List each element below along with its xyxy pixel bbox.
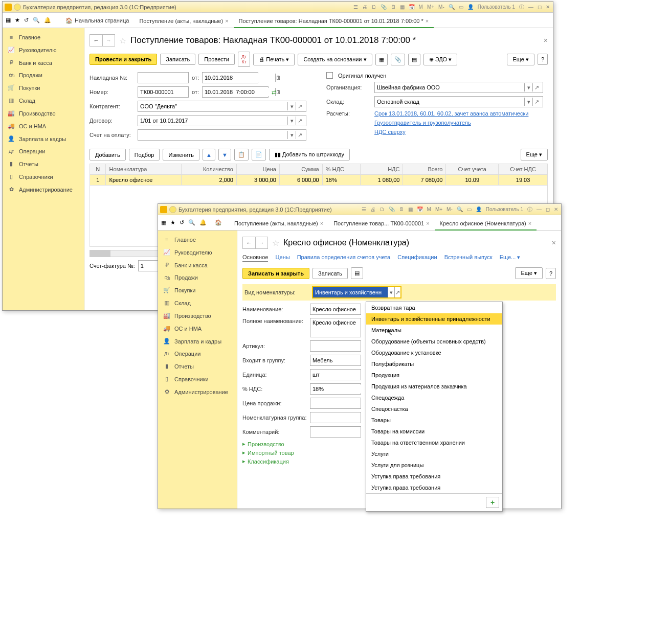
search-icon[interactable]: 🔍 bbox=[33, 17, 40, 24]
cell-nom[interactable]: Кресло офисное bbox=[106, 175, 181, 186]
cell-vatrate[interactable]: 18% bbox=[322, 175, 360, 186]
dropdown-option[interactable]: Продукция из материалов заказчика bbox=[366, 381, 502, 392]
dropdown-option[interactable]: Материалы bbox=[366, 325, 502, 336]
attach-button[interactable]: 📎 bbox=[391, 54, 405, 65]
nav-back[interactable]: ← bbox=[243, 237, 255, 248]
cell-qty[interactable]: 2,000 bbox=[181, 175, 236, 186]
help-button[interactable]: ? bbox=[538, 54, 548, 65]
tb-user[interactable]: Пользователь 1 bbox=[485, 206, 524, 212]
favorite-icon[interactable]: ★ bbox=[170, 219, 175, 226]
dropdown-icon[interactable]: ▾ bbox=[388, 287, 394, 297]
tb-zoom[interactable]: 🔍 bbox=[448, 4, 456, 10]
open-icon[interactable]: ↗ bbox=[296, 117, 304, 125]
contract-field[interactable] bbox=[140, 117, 287, 125]
tab-receipts[interactable]: Поступление (акты, накладные) × bbox=[134, 15, 233, 28]
dropdown-option[interactable]: Товары на комиссии bbox=[366, 426, 502, 437]
table-add-button[interactable]: Добавить bbox=[90, 149, 126, 160]
close-icon[interactable]: × bbox=[528, 220, 531, 226]
tb-icon[interactable]: ☰ bbox=[361, 206, 367, 212]
app-menu-button[interactable] bbox=[14, 4, 21, 11]
th-nom[interactable]: Номенклатура bbox=[106, 164, 181, 175]
section-tab-accounts[interactable]: Правила определения счетов учета bbox=[297, 254, 391, 262]
th-acc[interactable]: Счет учета bbox=[446, 164, 499, 175]
tb-icon[interactable]: 📎 bbox=[388, 206, 396, 212]
shipper-link[interactable]: Грузоотправитель и грузополучатель bbox=[374, 120, 471, 126]
dropdown-icon[interactable]: ▾ bbox=[287, 102, 296, 110]
open-icon[interactable]: ↗ bbox=[296, 131, 304, 139]
dropdown-option[interactable]: Оборудование (объекты основных средств) bbox=[366, 336, 502, 347]
th-total[interactable]: Всего bbox=[403, 164, 446, 175]
sidebar-item[interactable]: ▯Справочники bbox=[3, 170, 84, 183]
cell-vatacc[interactable]: 19.03 bbox=[499, 175, 548, 186]
tb-panels[interactable]: ▭ bbox=[458, 4, 464, 10]
close-icon[interactable]: × bbox=[320, 220, 323, 226]
date1-field[interactable] bbox=[205, 74, 275, 82]
tb-user-icon[interactable]: 👤 bbox=[475, 206, 483, 212]
tb-max[interactable]: ◻ bbox=[537, 4, 543, 10]
vat-link[interactable]: НДС сверху bbox=[374, 129, 406, 135]
move-up-button[interactable]: ▲ bbox=[203, 149, 215, 160]
barcode-button[interactable]: ▮▮ Добавить по штрихкоду bbox=[269, 149, 350, 160]
sidebar-item[interactable]: ДтОперации bbox=[158, 348, 237, 360]
table-more-button[interactable]: Еще ▾ bbox=[521, 149, 548, 160]
open-icon[interactable]: ↗ bbox=[532, 83, 541, 91]
close-icon[interactable]: × bbox=[225, 18, 228, 24]
sidebar-item[interactable]: ≡Главное bbox=[158, 234, 237, 246]
section-tab-more[interactable]: Еще... ▾ bbox=[500, 254, 521, 262]
nav-back[interactable]: ← bbox=[90, 35, 102, 46]
favorite-icon[interactable]: ★ bbox=[15, 17, 20, 24]
sidebar-item[interactable]: ▥Склад bbox=[158, 296, 237, 309]
sidebar-item[interactable]: 🏭Производство bbox=[3, 107, 84, 120]
th-vat[interactable]: НДС bbox=[360, 164, 403, 175]
contragent-field[interactable] bbox=[140, 102, 287, 110]
history-icon[interactable]: ↺ bbox=[180, 219, 184, 226]
tb-user-icon[interactable]: 👤 bbox=[466, 4, 475, 10]
sidebar-item[interactable]: ▯Справочники bbox=[158, 373, 237, 385]
section-tab-specs[interactable]: Спецификации bbox=[397, 254, 437, 262]
th-price[interactable]: Цена bbox=[236, 164, 279, 175]
th-vatrate[interactable]: % НДС bbox=[322, 164, 360, 175]
apps-grid-icon[interactable]: ▦ bbox=[6, 17, 11, 24]
report-button[interactable]: ▤ bbox=[408, 54, 420, 65]
type-field[interactable] bbox=[313, 287, 388, 297]
tab-receipts[interactable]: Поступление (акты, накладные) × bbox=[229, 217, 328, 231]
tb-icon[interactable]: ▦ bbox=[399, 4, 406, 10]
post-and-close-button[interactable]: Провести и закрыть bbox=[90, 54, 157, 65]
org-field[interactable] bbox=[377, 83, 524, 91]
sidebar-item[interactable]: 👤Зарплата и кадры bbox=[158, 335, 237, 348]
warehouse-field[interactable] bbox=[377, 98, 524, 106]
tb-icon[interactable]: 🗓 bbox=[390, 4, 397, 10]
home-icon[interactable]: 🏠 bbox=[215, 219, 222, 226]
tb-icon[interactable]: 🗋 bbox=[378, 206, 386, 212]
dropdown-option[interactable]: Услуги bbox=[366, 448, 502, 459]
tb-icon[interactable]: 🗋 bbox=[370, 4, 377, 10]
dropdown-option[interactable]: Товары на ответственном хранении bbox=[366, 437, 502, 448]
dropdown-icon[interactable]: ▾ bbox=[524, 98, 532, 106]
add-new-button[interactable]: + bbox=[486, 497, 499, 508]
save-button[interactable]: Записать bbox=[160, 54, 195, 65]
search-icon[interactable]: 🔍 bbox=[188, 219, 195, 226]
sellprice-field[interactable] bbox=[310, 398, 361, 409]
tb-min[interactable]: — bbox=[535, 206, 543, 212]
cell-n[interactable]: 1 bbox=[90, 175, 106, 186]
sidebar-item[interactable]: 🛒Покупки bbox=[3, 81, 84, 94]
dropdown-option[interactable]: Оборудование к установке bbox=[366, 347, 502, 358]
nav-forward[interactable]: → bbox=[102, 35, 115, 46]
cell-price[interactable]: 3 000,00 bbox=[236, 175, 279, 186]
open-icon[interactable]: ↗ bbox=[532, 98, 541, 106]
group-field[interactable] bbox=[310, 355, 361, 366]
sidebar-item[interactable]: 🏭Производство bbox=[158, 309, 237, 322]
tb-icon[interactable]: 📅 bbox=[416, 206, 424, 212]
favorite-star-icon[interactable]: ☆ bbox=[119, 36, 126, 45]
fullname-field[interactable] bbox=[310, 318, 361, 337]
tb-zoom[interactable]: 🔍 bbox=[456, 206, 464, 212]
refresh-icon[interactable]: ⇄ bbox=[272, 89, 276, 96]
calendar-icon[interactable]: 🗓 bbox=[275, 74, 281, 82]
dropdown-option[interactable]: Товары bbox=[366, 415, 502, 426]
dropdown-option[interactable]: Спецоснастка bbox=[366, 403, 502, 415]
tb-m[interactable]: M bbox=[418, 4, 424, 10]
open-icon[interactable]: ↗ bbox=[394, 287, 401, 297]
dropdown-icon[interactable]: ▾ bbox=[287, 117, 296, 125]
art-field[interactable] bbox=[310, 340, 361, 352]
sidebar-item[interactable]: 🚚ОС и НМА bbox=[3, 120, 84, 132]
